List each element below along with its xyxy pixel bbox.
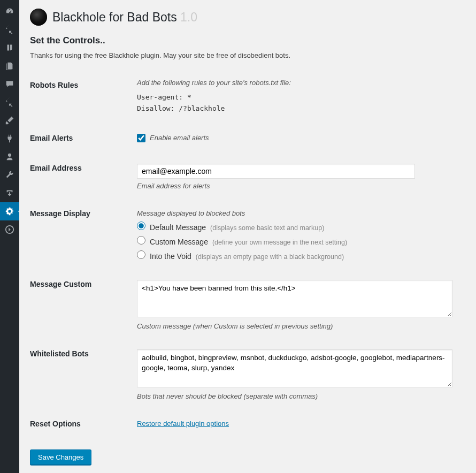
email-alerts-option[interactable]: Enable email alerts <box>137 134 209 142</box>
message-custom-note: Custom message (when Custom is selected … <box>137 322 465 330</box>
sidebar-item-plugins[interactable] <box>0 129 19 148</box>
robots-rules-code: User-agent: * Disallow: /?blackhole <box>137 92 465 115</box>
pin-icon <box>5 25 14 34</box>
radio-custom-title: Custom Message <box>150 238 208 246</box>
section-heading: Set the Controls.. <box>30 35 465 46</box>
radio-custom-input[interactable] <box>137 236 145 245</box>
radio-custom-message[interactable]: Custom Message (define your own message … <box>137 236 465 246</box>
brush-icon <box>5 116 14 125</box>
message-display-desc: Message displayed to blocked bots <box>137 209 465 217</box>
radio-void-message[interactable]: Into the Void (displays an empty page wi… <box>137 250 465 261</box>
admin-sidebar <box>0 0 19 473</box>
plug-icon <box>5 134 14 143</box>
chevron-right-icon <box>5 225 14 234</box>
comment-icon <box>5 79 14 89</box>
section-intro: Thanks for using the free Blackhole plug… <box>30 51 465 59</box>
email-address-note: Email address for alerts <box>137 182 465 190</box>
sidebar-item-pages[interactable] <box>0 57 19 75</box>
gauge-icon <box>5 6 14 16</box>
sidebar-item-custom[interactable] <box>0 93 19 111</box>
gear-icon <box>5 207 14 216</box>
media-icon <box>5 43 14 52</box>
radio-default-title: Default Message <box>150 223 206 232</box>
wrench-icon <box>5 170 14 180</box>
reset-label: Reset Options <box>30 408 137 438</box>
whitelist-label: Whitelisted Bots <box>30 338 137 408</box>
pin-icon <box>5 97 14 107</box>
radio-default-input[interactable] <box>137 222 145 230</box>
reset-link[interactable]: Restore default plugin options <box>137 419 229 428</box>
sidebar-item-collapse[interactable] <box>0 220 19 239</box>
message-custom-label: Message Custom <box>30 268 137 338</box>
robots-rules-desc: Add the following rules to your site's r… <box>137 79 465 87</box>
plugin-name: Blackhole for Bad Bots <box>52 10 177 24</box>
radio-void-input[interactable] <box>137 250 145 259</box>
email-address-input[interactable] <box>137 164 415 179</box>
save-button[interactable]: Save Changes <box>30 449 91 465</box>
page-header: Blackhole for Bad Bots 1.0 <box>30 9 465 26</box>
radio-default-message[interactable]: Default Message (displays some basic tex… <box>137 222 465 232</box>
sidebar-item-import[interactable] <box>0 184 19 202</box>
robots-rules-label: Robots Rules <box>30 71 137 122</box>
sidebar-item-tools[interactable] <box>0 166 19 184</box>
sidebar-item-posts[interactable] <box>0 20 19 39</box>
blackhole-icon <box>30 9 47 26</box>
email-alerts-label: Email Alerts <box>30 122 137 152</box>
whitelist-note: Bots that never should be blocked (separ… <box>137 392 465 400</box>
settings-form: Robots Rules Add the following rules to … <box>30 71 465 438</box>
message-display-label: Message Display <box>30 197 137 268</box>
email-address-label: Email Address <box>30 152 137 197</box>
sidebar-item-users[interactable] <box>0 148 19 166</box>
settings-page: Blackhole for Bad Bots 1.0 Set the Contr… <box>19 0 476 473</box>
whitelist-textarea[interactable] <box>137 349 452 387</box>
radio-void-title: Into the Void <box>150 252 191 261</box>
sidebar-item-appearance[interactable] <box>0 111 19 129</box>
radio-default-hint: (displays some basic text and markup) <box>210 224 324 232</box>
message-display-options: Default Message (displays some basic tex… <box>137 222 465 261</box>
message-custom-textarea[interactable] <box>137 280 452 318</box>
page-title: Blackhole for Bad Bots 1.0 <box>52 10 197 25</box>
radio-custom-hint: (define your own message in the next set… <box>212 239 347 246</box>
email-alerts-checkbox[interactable] <box>137 134 145 142</box>
download-icon <box>5 188 14 198</box>
sidebar-item-media[interactable] <box>0 39 19 57</box>
plugin-version: 1.0 <box>180 10 197 24</box>
email-alerts-text: Enable email alerts <box>150 134 209 142</box>
sidebar-item-dashboard[interactable] <box>0 2 19 20</box>
sidebar-item-settings[interactable] <box>0 202 19 220</box>
pages-icon <box>5 61 14 71</box>
sidebar-item-comments[interactable] <box>0 75 19 93</box>
radio-void-hint: (displays an empty page with a black bac… <box>196 253 344 261</box>
user-icon <box>5 152 14 162</box>
